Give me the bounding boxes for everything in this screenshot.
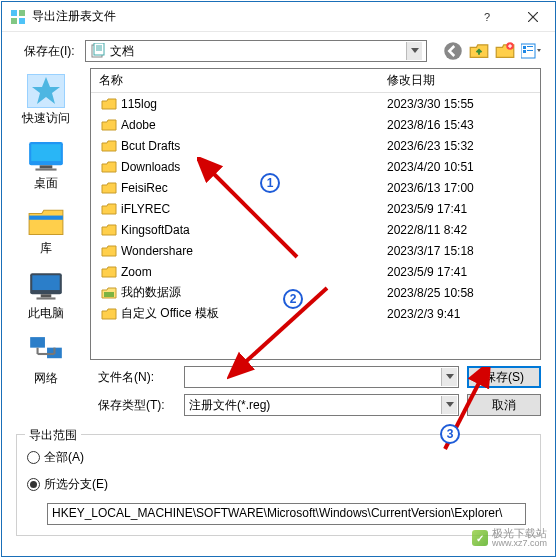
file-name: Wondershare xyxy=(121,244,193,258)
folder-icon xyxy=(101,202,117,216)
folder-icon xyxy=(101,160,117,174)
place-label: 网络 xyxy=(34,370,58,387)
folder-icon xyxy=(101,181,117,195)
radio-all[interactable]: 全部(A) xyxy=(27,449,530,466)
file-date: 2023/4/20 10:51 xyxy=(379,160,540,174)
back-icon[interactable] xyxy=(443,41,463,61)
folder-icon xyxy=(101,223,117,237)
svg-rect-3 xyxy=(19,18,25,24)
svg-rect-20 xyxy=(527,50,533,51)
svg-rect-36 xyxy=(104,292,114,297)
file-row[interactable]: iFLYREC2023/5/9 17:41 xyxy=(91,198,540,219)
savein-combo[interactable]: 文档 xyxy=(85,40,427,62)
file-date: 2023/8/16 15:43 xyxy=(379,118,540,132)
export-scope-title: 导出范围 xyxy=(25,427,81,444)
dialog-window: 导出注册表文件 ? 保存在(I): 文档 快速访问 xyxy=(1,1,556,557)
col-date[interactable]: 修改日期 xyxy=(379,72,540,89)
svg-marker-21 xyxy=(32,77,60,104)
place-network[interactable]: 网络 xyxy=(27,334,65,387)
folder-icon xyxy=(101,118,117,132)
savein-label: 保存在(I): xyxy=(24,43,75,60)
place-thispc[interactable]: 此电脑 xyxy=(27,269,65,322)
col-name[interactable]: 名称 xyxy=(91,72,379,89)
chevron-down-icon[interactable] xyxy=(441,368,457,386)
svg-rect-29 xyxy=(41,294,52,297)
radio-icon xyxy=(27,451,40,464)
file-name: 115log xyxy=(121,97,157,111)
place-label: 桌面 xyxy=(34,175,58,192)
file-list-header: 名称 修改日期 xyxy=(91,69,540,93)
savein-row: 保存在(I): 文档 xyxy=(2,32,555,68)
svg-rect-28 xyxy=(32,275,59,290)
place-label: 此电脑 xyxy=(28,305,64,322)
filetype-combo[interactable]: 注册文件(*.reg) xyxy=(184,394,459,416)
file-list[interactable]: 名称 修改日期 115log2023/3/30 15:55Adobe2023/8… xyxy=(90,68,541,360)
place-quick-access[interactable]: 快速访问 xyxy=(22,74,70,127)
radio-branch[interactable]: 所选分支(E) xyxy=(27,476,530,493)
file-date: 2023/5/9 17:41 xyxy=(379,202,540,216)
file-row[interactable]: FeisiRec2023/6/13 17:00 xyxy=(91,177,540,198)
library-icon xyxy=(27,204,65,238)
place-label: 快速访问 xyxy=(22,110,70,127)
chevron-down-icon xyxy=(406,42,422,60)
branch-path-input[interactable]: HKEY_LOCAL_MACHINE\SOFTWARE\Microsoft\Wi… xyxy=(47,503,526,525)
file-date: 2023/2/3 9:41 xyxy=(379,307,540,321)
chevron-down-icon[interactable] xyxy=(441,396,457,414)
file-row[interactable]: Wondershare2023/3/17 15:18 xyxy=(91,240,540,261)
file-name: KingsoftData xyxy=(121,223,190,237)
file-name: 我的数据源 xyxy=(121,284,181,301)
help-button[interactable]: ? xyxy=(465,2,510,32)
place-desktop[interactable]: 桌面 xyxy=(27,139,65,192)
svg-rect-2 xyxy=(11,18,17,24)
folder-icon xyxy=(101,307,117,321)
file-row[interactable]: 我的数据源2023/8/25 10:58 xyxy=(91,282,540,303)
file-name: Zoom xyxy=(121,265,152,279)
place-library[interactable]: 库 xyxy=(27,204,65,257)
svg-rect-19 xyxy=(527,46,533,47)
file-date: 2023/6/13 17:00 xyxy=(379,181,540,195)
radio-all-label: 全部(A) xyxy=(44,449,84,466)
window-title: 导出注册表文件 xyxy=(32,8,465,25)
view-icon[interactable] xyxy=(521,41,541,61)
new-folder-icon[interactable] xyxy=(495,41,515,61)
network-icon xyxy=(27,334,65,368)
place-label: 库 xyxy=(40,240,52,257)
svg-rect-31 xyxy=(30,337,45,348)
file-name: 自定义 Office 模板 xyxy=(121,305,219,322)
cancel-button[interactable]: 取消 xyxy=(467,394,541,416)
file-row[interactable]: Adobe2023/8/16 15:43 xyxy=(91,114,540,135)
svg-rect-23 xyxy=(31,144,61,161)
file-row[interactable]: Downloads2023/4/20 10:51 xyxy=(91,156,540,177)
quick-access-icon xyxy=(27,74,65,108)
file-name: Adobe xyxy=(121,118,156,132)
file-row[interactable]: 自定义 Office 模板2023/2/3 9:41 xyxy=(91,303,540,324)
folder-icon xyxy=(101,244,117,258)
savein-value: 文档 xyxy=(110,43,134,60)
titlebar: 导出注册表文件 ? xyxy=(2,2,555,32)
up-folder-icon[interactable] xyxy=(469,41,489,61)
folder-icon xyxy=(101,139,117,153)
app-icon xyxy=(10,9,26,25)
export-scope-group: 导出范围 全部(A) 所选分支(E) HKEY_LOCAL_MACHINE\SO… xyxy=(16,434,541,536)
file-date: 2023/8/25 10:58 xyxy=(379,286,540,300)
folder-icon xyxy=(101,286,117,300)
file-date: 2022/8/11 8:42 xyxy=(379,223,540,237)
file-row[interactable]: KingsoftData2022/8/11 8:42 xyxy=(91,219,540,240)
svg-rect-1 xyxy=(19,10,25,16)
file-name: Bcut Drafts xyxy=(121,139,180,153)
filename-input[interactable] xyxy=(184,366,459,388)
places-bar: 快速访问 桌面 库 此电脑 网络 xyxy=(2,68,90,360)
file-name: Downloads xyxy=(121,160,180,174)
file-row[interactable]: Bcut Drafts2023/6/23 15:32 xyxy=(91,135,540,156)
svg-rect-30 xyxy=(37,298,56,300)
file-row[interactable]: 115log2023/3/30 15:55 xyxy=(91,93,540,114)
save-button[interactable]: 保存(S) xyxy=(467,366,541,388)
svg-point-12 xyxy=(444,42,462,60)
folder-icon xyxy=(101,265,117,279)
file-date: 2023/3/17 15:18 xyxy=(379,244,540,258)
folder-icon xyxy=(101,97,117,111)
close-button[interactable] xyxy=(510,2,555,32)
svg-rect-18 xyxy=(523,50,526,53)
monitor-icon xyxy=(27,269,65,303)
file-row[interactable]: Zoom2023/5/9 17:41 xyxy=(91,261,540,282)
